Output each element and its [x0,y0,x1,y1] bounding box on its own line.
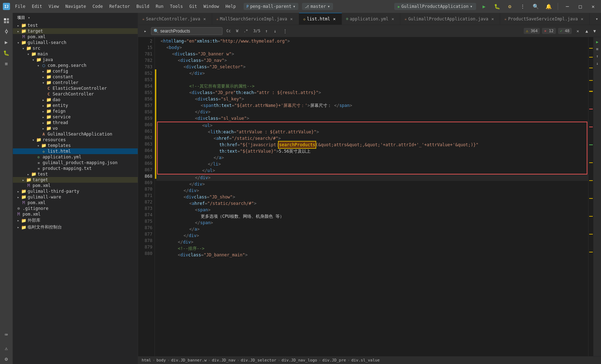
tree-item-dao[interactable]: ▸ 📁 dao [13,97,138,103]
menu-run[interactable]: Run [153,3,166,10]
breadcrumb-div-selector[interactable]: div.JD_selector [241,358,276,363]
tree-item-app-yml[interactable]: ⚙ application.yml [13,154,138,160]
gutter-icon-4[interactable]: ↓ [594,60,601,67]
tree-item-list-html[interactable]: ◇ list.html [13,148,138,154]
sidebar-icon-project[interactable] [1,16,11,26]
tree-dropdown-icon[interactable]: ▾ [28,16,30,20]
menu-navigate[interactable]: Navigate [63,3,89,10]
menu-window[interactable]: Window [201,3,222,10]
editor-scrollbar[interactable] [588,37,593,356]
tree-item-java[interactable]: ▾ 📁 java [13,57,138,63]
tree-item-search-controller[interactable]: C SearchController [13,91,138,97]
tree-item-templates[interactable]: ▾ 📁 templates [13,143,138,148]
tree-item-scratches[interactable]: ▸ 📁 临时文件和控制台 [13,224,138,231]
close-button[interactable]: ✕ [588,1,598,11]
tree-item-config[interactable]: ▸ 📁 config [13,68,138,74]
tab-list-html[interactable]: ◇ list.html ✕ [299,13,342,25]
more-options-button[interactable]: ⋮ [281,27,289,35]
search-expand-icon[interactable]: ▸ [142,28,149,35]
breadcrumb-div-pre[interactable]: div.JD_pre [322,358,346,363]
tab-close-button[interactable]: ✕ [579,16,585,22]
tree-item-pom2[interactable]: M pom.xml [13,183,138,188]
menu-refactor[interactable]: Refactor [106,3,133,10]
tree-item-resources[interactable]: ▾ 📁 resources [13,137,138,143]
tree-item-root-pom[interactable]: M pom.xml [13,211,138,217]
tree-item-ware[interactable]: ▸ 📁 gulimall-ware [13,194,138,200]
menu-file[interactable]: File [12,3,28,10]
tree-item-thread[interactable]: ▸ 📁 thread [13,120,138,126]
menu-build[interactable]: Build [133,3,152,10]
maximize-button[interactable]: □ [575,1,585,11]
breadcrumb-div-banner[interactable]: div.JD_banner.w [171,358,206,363]
tree-item-gulimall-search[interactable]: ▾ 📁 gulimall-search [13,40,138,45]
tree-item-gitignore[interactable]: ⊙ .gitignore [13,206,138,211]
tab-close-button[interactable]: ✕ [490,16,495,22]
menu-view[interactable]: View [46,3,62,10]
run-button[interactable]: ▶ [479,1,489,11]
tree-item-constant[interactable]: ▸ 📁 constant [13,74,138,80]
search-input[interactable] [160,29,214,34]
case-sensitive-button[interactable]: Cc [225,27,233,35]
sidebar-icon-commit[interactable] [1,26,11,36]
tree-item-mapping-txt[interactable]: ≡ product-mapping.txt [13,166,138,171]
search-everywhere-button[interactable]: 🔍 [531,1,541,11]
gutter-icon-2[interactable]: ≡ [594,46,601,52]
tree-item-com-peng-search[interactable]: ▾ ⬡ com.peng.search [13,63,138,68]
sidebar-icon-settings[interactable]: ⚙ [1,354,11,364]
tree-item-elastic-save[interactable]: C ElasticSaveController [13,85,138,91]
menu-tools[interactable]: Tools [167,3,186,10]
gutter-icon-3[interactable]: ↑ [594,53,601,59]
tree-item-service[interactable]: ▸ 📁 service [13,114,138,120]
branch-selector[interactable]: ⎇ master ▾ [302,3,333,10]
tree-item-controller[interactable]: ▾ 📁 controller [13,80,138,85]
sidebar-icon-structure[interactable]: ≡ [1,59,11,69]
tree-item-external-libs[interactable]: ▸ 📁 外部库 [13,217,138,224]
tab-application-yml[interactable]: ⚙ application.yml ✕ [342,13,400,25]
tree-item-test1[interactable]: ▸ 📁 test [13,23,138,28]
sidebar-icon-problems[interactable]: ⚠ [1,343,11,353]
run-config-button[interactable]: ⚙ [505,1,515,11]
sidebar-icon-debug[interactable]: 🐛 [1,48,11,58]
debug-button[interactable]: 🐛 [492,1,502,11]
tree-item-vo[interactable]: ▸ 📁 vo [13,126,138,131]
menu-code[interactable]: Code [90,3,106,10]
tree-item-pom1[interactable]: M pom.xml [13,34,138,40]
tree-item-main[interactable]: ▾ 📁 main [13,51,138,57]
next-result-button[interactable]: ↓ [271,27,279,35]
expand-button[interactable]: ▲ [584,28,590,34]
tree-item-test2[interactable]: ▸ 📁 test [13,171,138,177]
tree-item-entity[interactable]: ▸ 📁 entity [13,103,138,108]
tree-item-mapping-json[interactable]: ≡ gulimall_product-mapping.json [13,160,138,166]
tab-close-button[interactable]: ✕ [289,16,294,22]
tab-close-button[interactable]: ✕ [332,16,337,22]
breadcrumb-div-nav-logo[interactable]: div.JD_nav_logo [282,358,317,363]
whole-word-button[interactable]: W [233,27,241,35]
menu-help[interactable]: Help [223,3,239,10]
sidebar-icon-run[interactable]: ▶ [1,37,11,47]
tab-product-save[interactable]: ☕ ProductSaveServiceImpl.java ✕ [500,13,590,25]
tree-item-target1[interactable]: ▸ 📁 target [13,28,138,34]
app-selector[interactable]: ▶ GulimallProductApplication ▾ [394,3,476,10]
tree-item-gulimall-search-app[interactable]: A GulimallSearchApplication [13,131,138,137]
breadcrumb-div-sl-value[interactable]: div.sl_value [351,358,380,363]
gutter-run-icon[interactable]: ▶ [594,39,601,45]
tabs-overflow-button[interactable]: ▾ [593,13,601,25]
tab-close-button[interactable]: ✕ [390,16,396,22]
sidebar-icon-terminal[interactable]: ⌨ [1,330,11,340]
menu-git[interactable]: Git [186,3,200,10]
search-close-button[interactable]: ✕ [574,27,582,35]
code-content[interactable]: <html lang="en" xmlns:th="http://www.thy… [156,37,588,356]
regex-button[interactable]: .* [242,27,250,35]
warnings-badge[interactable]: ⚠ 364 [524,28,540,34]
minimize-button[interactable]: ─ [562,1,572,11]
settings-button[interactable]: ⋮ [518,1,528,11]
tree-item-third-party[interactable]: ▸ 📁 gulimall-third-party [13,188,138,194]
notifications-button[interactable]: 🔔 [543,1,553,11]
tree-item-feign[interactable]: ▸ 📁 feign [13,108,138,114]
tree-item-pom-ware[interactable]: M pom.xml [13,200,138,206]
menu-edit[interactable]: Edit [29,3,45,10]
project-selector[interactable]: P peng-mall-parent ▾ [244,3,298,10]
tree-item-src[interactable]: ▾ 📁 src [13,45,138,51]
tab-gulimall-product[interactable]: ☕ GulimallProductApplication.java ✕ [400,13,500,25]
breadcrumb-div-nav[interactable]: div.JD_nav [212,358,235,363]
